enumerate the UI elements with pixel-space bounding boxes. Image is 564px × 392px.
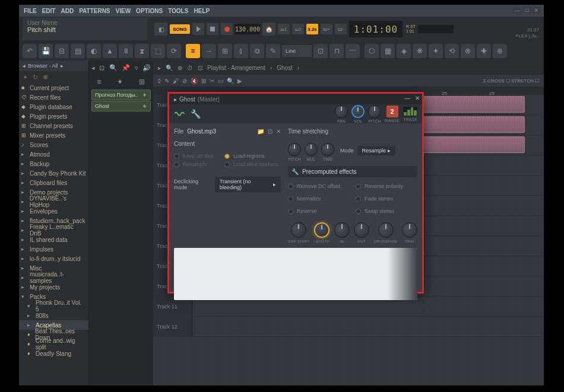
pitch-knob[interactable]: PITCH [368, 105, 381, 123]
tool-e[interactable]: ▦ [381, 44, 395, 58]
pl-slip-icon[interactable]: ⊞ [201, 78, 206, 84]
browser-item[interactable]: ▸musicrada..t-samples [19, 273, 88, 282]
clear-file-icon[interactable]: ✕ [276, 128, 281, 135]
pl-paint-icon[interactable]: 🖌 [173, 78, 179, 84]
pat-tool-1[interactable]: ≡ [97, 78, 101, 86]
wrench-icon[interactable]: 🔧 [191, 109, 201, 119]
browse-icon[interactable]: ⊡ [268, 128, 273, 135]
view-mixer[interactable]: ⫿ [234, 44, 248, 58]
pat-tool-3[interactable]: ⊞ [139, 78, 145, 86]
browser-item[interactable]: ▸Impulses [19, 244, 88, 254]
browser-item[interactable]: ▸Candy Boy Phonk Kit [19, 168, 88, 178]
opt-load-slice[interactable]: Load slice markers [224, 161, 278, 167]
knob-crossfade[interactable]: CROSSFADE [374, 222, 398, 243]
time-display[interactable]: 1:01:00 [349, 21, 403, 37]
track-header[interactable]: Track 12 [153, 317, 192, 336]
browser-item[interactable]: ◆Plugin database [19, 102, 88, 111]
pl-slice-icon[interactable]: ✂ [210, 78, 214, 84]
pattern-btn-2[interactable]: ш2 [292, 24, 304, 34]
browser-find-icon[interactable]: ❋ [43, 74, 48, 81]
pl-draw-icon[interactable]: ✎ [164, 78, 169, 84]
playlist-search-icon[interactable]: 🔍 [166, 65, 173, 71]
pl-magnet-icon[interactable]: ⧲ [158, 78, 161, 84]
fx-option[interactable]: Reverse [288, 208, 350, 214]
picker-pin-icon[interactable]: 📌 [122, 64, 130, 72]
pat-tool-2[interactable]: ✦ [117, 78, 123, 86]
browser-refresh-icon[interactable]: ↻ [33, 74, 38, 81]
breadcrumb-arrangement[interactable]: Ghost [277, 65, 293, 71]
fx-option[interactable]: Reverse polarity [356, 183, 417, 189]
stop-button[interactable] [207, 23, 218, 35]
pattern-song-toggle[interactable]: ◧ [154, 23, 167, 36]
metronome-button[interactable]: 🏠 [262, 23, 275, 36]
browser-item[interactable]: ♦Come and..wig split [19, 339, 88, 349]
view-browser[interactable]: ⧉ [250, 44, 264, 58]
tool-wait[interactable]: ⏸ [119, 44, 133, 58]
browser-item[interactable]: ▸DYNAVIBE..'s HipHop [19, 197, 88, 206]
range-selector[interactable]: 2RANGE [385, 106, 400, 123]
view-channel[interactable]: ⊞ [218, 44, 232, 58]
menu-help[interactable]: HELP [191, 8, 212, 14]
fx-option[interactable]: Swap stereo [356, 208, 417, 214]
sample-waveform[interactable] [174, 248, 417, 300]
picker-filter-icon[interactable]: ▿ [135, 64, 138, 72]
ts-pitch-knob[interactable]: PITCH [288, 143, 301, 161]
mode-selector[interactable]: Resample ▸ [357, 146, 395, 155]
menu-patterns[interactable]: PATTERNS [77, 8, 112, 14]
opt-keep-on-disk[interactable]: Keep on disk [174, 153, 214, 159]
declick-selector[interactable]: Transient (no bleeding)▸ [215, 177, 281, 192]
knob-length[interactable]: LENGTH [314, 222, 329, 243]
tempo-display[interactable]: 130.000 [235, 24, 260, 34]
tool-render[interactable]: ⊟ [55, 44, 69, 58]
menu-edit[interactable]: EDIT [40, 8, 58, 14]
pl-zoom-icon[interactable]: 🔍 [227, 78, 234, 84]
tool-g[interactable]: ❋ [413, 44, 427, 58]
tool-loop[interactable]: ⟳ [167, 44, 181, 58]
minimize-button[interactable]: — [513, 7, 521, 14]
fx-option[interactable]: Normalize [288, 196, 350, 202]
opt-load-regions[interactable]: Load regions [224, 153, 278, 159]
tool-save[interactable]: 💾 [39, 44, 53, 58]
knob-out[interactable]: OUT [354, 222, 369, 243]
vol-knob[interactable]: VOL [351, 105, 365, 123]
pl-play-icon[interactable]: ▶ [237, 78, 242, 84]
menu-options[interactable]: OPTIONS [134, 8, 165, 14]
tool-undo[interactable]: ↶ [23, 44, 37, 58]
pattern-item[interactable]: Прогноз Погоды..✦ [91, 90, 151, 100]
browser-item[interactable]: ▾Phonk Dru..it Vol. 5 [19, 301, 88, 311]
tool-blend[interactable]: ⬚ [151, 44, 165, 58]
draw-mode[interactable]: ✎ [266, 44, 280, 58]
fx-option[interactable]: Remove DC offset [288, 183, 350, 189]
browser-item[interactable]: ▸Clipboard files [19, 178, 88, 187]
pattern-btn-5[interactable]: Ш- [335, 24, 347, 34]
fx-option[interactable]: Fade stereo [356, 196, 417, 202]
playlist-time-icon[interactable]: ⏱ [187, 65, 193, 71]
picker-audio-icon[interactable]: 🔊 [142, 64, 151, 72]
record-button[interactable] [221, 23, 233, 35]
waveform-icon[interactable] [174, 108, 186, 120]
pattern-btn-1[interactable]: ш1 [278, 24, 290, 34]
folder-icon[interactable]: 📁 [257, 128, 264, 135]
browser-item[interactable]: ■Current project [19, 83, 88, 93]
knob-trim[interactable]: TRIM [402, 222, 417, 243]
file-name[interactable]: Ghost.mp3 [187, 128, 216, 135]
browser-item[interactable]: ⊞Channel presets [19, 121, 88, 130]
browser-item[interactable]: ▸Atmosd [19, 149, 88, 159]
browser-item[interactable]: ⏱Recent files [19, 93, 88, 102]
browser-list[interactable]: ■Current project⏱Recent files◆Plugin dat… [19, 83, 88, 385]
browser-item[interactable]: ⊞Mixer presets [19, 130, 88, 140]
fx-wrench-icon[interactable]: 🔧 [291, 168, 299, 175]
playlist-menu-icon[interactable]: ▸ [158, 65, 161, 71]
browser-collapse-icon[interactable]: ✦ [23, 74, 28, 81]
menu-file[interactable]: FILE [21, 8, 39, 14]
ts-time-knob[interactable]: TIME [321, 143, 334, 161]
song-mode-button[interactable]: SONG [170, 24, 190, 34]
tool-l[interactable]: ⊕ [493, 44, 507, 58]
opt-resample[interactable]: Resample [174, 161, 214, 167]
browser-item[interactable]: ▸lo-fi drum..y itslucid [19, 254, 88, 263]
pl-sel-icon[interactable]: ▭ [218, 78, 223, 84]
channel-close-icon[interactable]: ✕ [415, 95, 420, 101]
picker-search-icon[interactable]: 🔍 [109, 64, 118, 72]
tool-j[interactable]: ⊗ [461, 44, 475, 58]
maximize-button[interactable]: ☐ [522, 7, 531, 14]
